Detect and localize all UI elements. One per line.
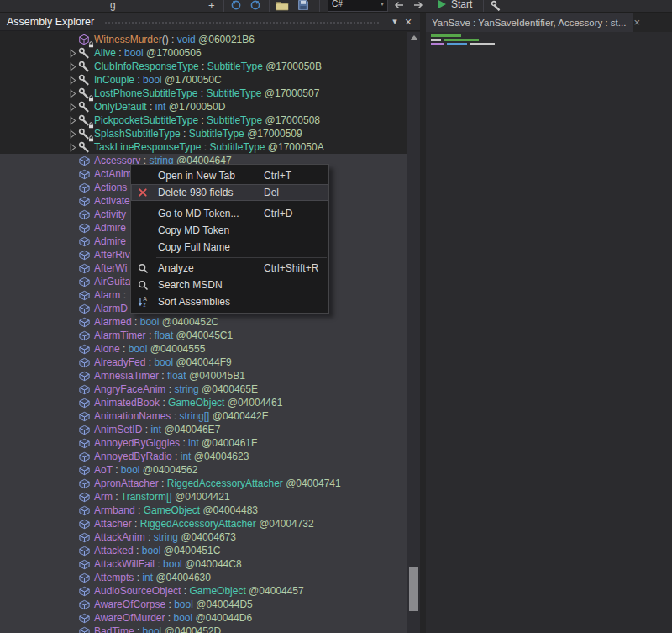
tree-row-field[interactable]: AoT : bool @04004562 bbox=[0, 463, 420, 477]
tree-row-field[interactable]: AudioSourceObject : GameObject @04004457 bbox=[0, 584, 420, 598]
menu-item-copy-full-name[interactable]: Copy Full Name bbox=[131, 239, 328, 256]
field-icon bbox=[78, 208, 92, 221]
tree-row-field[interactable]: AnimSetID : int @040046E7 bbox=[0, 423, 420, 436]
scrollbar-thumb[interactable] bbox=[409, 567, 418, 611]
menu-item-sort-assemblies[interactable]: AzSort Assemblies bbox=[131, 293, 328, 310]
menu-item-shortcut: Ctrl+Shift+R bbox=[264, 262, 318, 274]
navigate-back-icon[interactable] bbox=[393, 0, 405, 12]
expander-icon[interactable] bbox=[67, 129, 78, 140]
field-icon bbox=[78, 437, 92, 450]
tree-row-field[interactable]: Alone : bool @04004555 bbox=[0, 342, 420, 356]
tree-row-field[interactable]: BadTime : bool @0400452D bbox=[0, 625, 420, 633]
expander-icon[interactable] bbox=[67, 115, 78, 126]
expander-spacer bbox=[67, 236, 78, 247]
menu-item-search-msdn[interactable]: Search MSDN bbox=[131, 277, 328, 293]
expander-icon[interactable] bbox=[67, 102, 78, 113]
tree-row-field[interactable]: AlreadyFed : bool @040044F9 bbox=[0, 356, 420, 369]
tree-row-field[interactable]: AmnesiaTimer : float @040045B1 bbox=[0, 369, 420, 382]
tree-row-field[interactable]: AnimatedBook : GameObject @04004461 bbox=[0, 396, 420, 409]
field-icon bbox=[78, 235, 92, 248]
tree-row-field[interactable]: Attacked : bool @0400451C bbox=[0, 544, 420, 557]
expander-spacer bbox=[67, 586, 78, 597]
wrench-icon[interactable] bbox=[491, 0, 501, 12]
tree-row-field[interactable]: Arm : Transform[] @04004421 bbox=[0, 490, 420, 504]
save-icon[interactable] bbox=[297, 0, 309, 12]
sort-icon: Az bbox=[136, 296, 150, 308]
field-icon bbox=[78, 168, 92, 181]
tree-row-property[interactable]: TaskLineResponseType : SubtitleType @170… bbox=[0, 140, 420, 154]
tree-row-field[interactable]: AttackAnim : string @04004673 bbox=[0, 530, 420, 544]
expander-icon[interactable] bbox=[67, 61, 78, 72]
expander-spacer bbox=[67, 438, 78, 449]
tree-row-field[interactable]: AlarmTimer : float @040045C1 bbox=[0, 329, 420, 342]
tree-row-field[interactable]: AwareOfMurder : bool @040044D6 bbox=[0, 611, 420, 625]
field-icon bbox=[78, 330, 92, 342]
tree-row-field[interactable]: AngryFaceAnim : string @0400465E bbox=[0, 382, 420, 396]
tree-row-property[interactable]: Alive : bool @17000506 bbox=[0, 46, 420, 60]
tree-row-property[interactable]: SplashSubtitleType : SubtitleType @17000… bbox=[0, 127, 420, 140]
tree-row-property[interactable]: InCouple : bool @1700050C bbox=[0, 73, 420, 87]
expander-spacer bbox=[67, 411, 78, 422]
menu-item-analyze[interactable]: AnalyzeCtrl+Shift+R bbox=[131, 260, 328, 277]
field-icon bbox=[78, 276, 92, 288]
assembly-explorer-titlebar[interactable]: Assembly Explorer ▾ × bbox=[0, 13, 420, 31]
field-icon bbox=[78, 262, 92, 275]
expander-icon[interactable] bbox=[67, 48, 78, 59]
tree-row-property[interactable]: ClubInfoResponseType : SubtitleType @170… bbox=[0, 60, 420, 73]
language-combo[interactable]: C# ▾ bbox=[328, 0, 388, 12]
tree-row-property[interactable]: LostPhoneSubtitleType : SubtitleType @17… bbox=[0, 87, 420, 100]
redo-icon[interactable] bbox=[249, 0, 261, 12]
row-label: WitnessMurder() : void @060021B6 bbox=[94, 34, 255, 45]
tree-row-property[interactable]: OnlyDefault : int @1700050D bbox=[0, 100, 420, 113]
field-icon bbox=[78, 558, 92, 571]
tree-row-property[interactable]: PickpocketSubtitleType : SubtitleType @1… bbox=[0, 113, 420, 127]
tab-yansave[interactable]: YanSave : YanSaveIdentifier, Accessory :… bbox=[426, 13, 633, 32]
start-button[interactable]: Start bbox=[438, 0, 472, 10]
tree-row-field[interactable]: AttackWillFail : bool @040044C8 bbox=[0, 557, 420, 571]
menu-item-delete-980-fields[interactable]: Delete 980 fieldsDel bbox=[131, 184, 328, 201]
panel-close-icon[interactable]: × bbox=[402, 18, 415, 26]
tree-row-field[interactable]: AnimationNames : string[] @0400442E bbox=[0, 409, 420, 423]
tree-row-field[interactable]: Armband : GameObject @04004483 bbox=[0, 504, 420, 517]
field-icon bbox=[78, 343, 92, 356]
row-label: AnimatedBook : GameObject @04004461 bbox=[94, 397, 282, 409]
tree-row-field[interactable]: AnnoyedByRadio : int @04004623 bbox=[0, 450, 420, 463]
tree-row-field[interactable]: AwareOfCorpse : bool @040044D5 bbox=[0, 598, 420, 611]
row-label: AirGuita bbox=[94, 276, 130, 287]
tree-row-field[interactable]: Attempts : int @04004630 bbox=[0, 571, 420, 584]
expander-icon[interactable] bbox=[67, 88, 78, 99]
tree-row-field[interactable]: Alarmed : bool @0400452C bbox=[0, 315, 420, 329]
tree-row-field[interactable]: AnnoyedByGiggles : int @0400461F bbox=[0, 436, 420, 450]
navigate-forward-icon[interactable] bbox=[412, 0, 424, 12]
menu-item-go-to-md-token[interactable]: Go to MD Token...Ctrl+D bbox=[131, 205, 328, 222]
field-icon bbox=[78, 477, 92, 490]
open-folder-icon[interactable] bbox=[276, 0, 289, 12]
row-label: Alive : bool @17000506 bbox=[94, 47, 202, 59]
tree-row-field[interactable]: ApronAttacher : RiggedAccessoryAttacher … bbox=[0, 477, 420, 490]
field-icon bbox=[78, 356, 92, 369]
tab-close-icon[interactable]: × bbox=[633, 18, 640, 27]
row-label: Activity bbox=[94, 208, 126, 220]
tree-row-field[interactable]: Attacher : RiggedAccessoryAttacher @0400… bbox=[0, 517, 420, 530]
tree-row-method[interactable]: WitnessMurder() : void @060021B6 bbox=[0, 33, 420, 46]
window-position-caret-icon[interactable]: ▾ bbox=[388, 16, 402, 27]
expander-spacer bbox=[67, 182, 78, 193]
menu-item-open-in-new-tab[interactable]: Open in New TabCtrl+T bbox=[131, 167, 328, 184]
expander-spacer bbox=[67, 277, 78, 287]
plus-icon[interactable]: + bbox=[208, 0, 215, 12]
field-icon bbox=[78, 316, 92, 329]
row-label: AwareOfCorpse : bool @040044D5 bbox=[94, 599, 253, 610]
undo-icon[interactable] bbox=[230, 0, 242, 12]
tree-scrollbar[interactable] bbox=[407, 32, 420, 633]
panel-title: Assembly Explorer bbox=[7, 16, 94, 28]
field-icon bbox=[78, 531, 92, 544]
code-preview bbox=[431, 34, 495, 47]
expander-icon[interactable] bbox=[67, 142, 78, 153]
menu-item-label: Delete 980 fields bbox=[158, 187, 233, 198]
field-icon bbox=[78, 222, 92, 235]
scroll-up-icon[interactable] bbox=[410, 35, 418, 40]
wrench-icon bbox=[78, 74, 92, 87]
menu-item-copy-md-token[interactable]: Copy MD Token bbox=[131, 222, 328, 239]
expander-icon[interactable] bbox=[67, 75, 78, 86]
expander-spacer bbox=[67, 290, 78, 301]
